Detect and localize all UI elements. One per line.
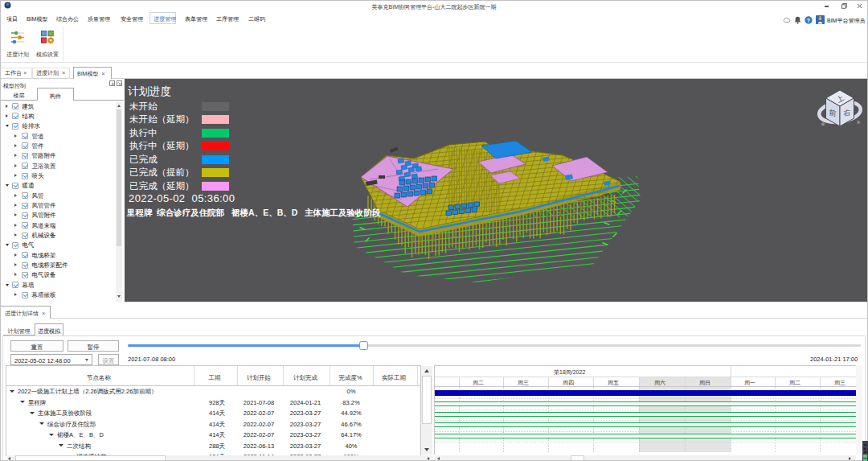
svg-text:南: 南 [821, 121, 825, 126]
svg-text:东: 东 [856, 120, 861, 125]
svg-text:右: 右 [843, 108, 851, 117]
svg-text:前: 前 [829, 109, 837, 117]
svg-text:?: ? [807, 18, 810, 23]
